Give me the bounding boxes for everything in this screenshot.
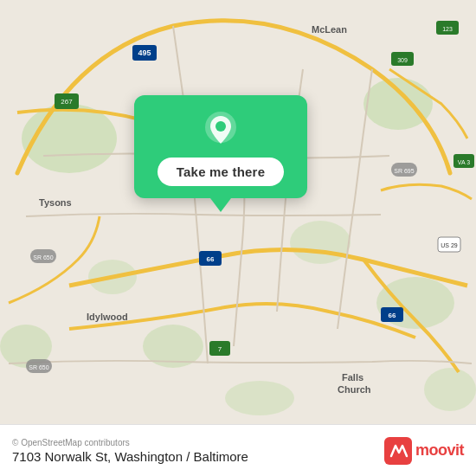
map: 495 267 66 66 7 SR 650 SR 650 SR 695 309… <box>0 0 476 424</box>
svg-text:123: 123 <box>442 26 453 32</box>
svg-text:267: 267 <box>61 98 73 106</box>
map-svg: 495 267 66 66 7 SR 650 SR 650 SR 695 309… <box>0 0 476 424</box>
footer-info: © OpenStreetMap contributors 7103 Norwal… <box>12 438 248 464</box>
svg-text:Church: Church <box>338 384 371 395</box>
svg-point-40 <box>215 121 226 132</box>
location-popup: Take me there <box>134 95 307 198</box>
take-me-there-button[interactable]: Take me there <box>158 158 284 186</box>
svg-text:66: 66 <box>207 255 215 263</box>
svg-text:309: 309 <box>397 57 408 63</box>
address-text: 7103 Norwalk St, Washington / Baltimore <box>12 449 248 464</box>
svg-point-6 <box>424 368 476 411</box>
svg-text:66: 66 <box>389 312 396 319</box>
svg-text:McLean: McLean <box>312 24 347 35</box>
footer: © OpenStreetMap contributors 7103 Norwal… <box>0 424 476 476</box>
svg-text:495: 495 <box>138 48 151 57</box>
svg-text:US 29: US 29 <box>441 242 458 248</box>
svg-point-9 <box>290 221 351 264</box>
moovit-logo: moovit <box>384 437 464 465</box>
moovit-icon <box>384 437 412 465</box>
svg-text:7: 7 <box>218 345 222 353</box>
svg-text:Falls: Falls <box>342 372 363 383</box>
moovit-label: moovit <box>415 441 464 460</box>
svg-point-2 <box>363 78 433 130</box>
svg-point-7 <box>225 381 294 415</box>
svg-text:SR 650: SR 650 <box>33 254 53 261</box>
svg-text:SR 695: SR 695 <box>394 168 414 174</box>
pin-icon <box>202 111 240 149</box>
svg-text:Tysons: Tysons <box>39 197 72 208</box>
attribution-text: © OpenStreetMap contributors <box>12 438 248 447</box>
svg-text:SR 650: SR 650 <box>29 364 48 370</box>
svg-text:Idylwood: Idylwood <box>87 312 128 322</box>
svg-text:VA 3: VA 3 <box>458 159 470 165</box>
